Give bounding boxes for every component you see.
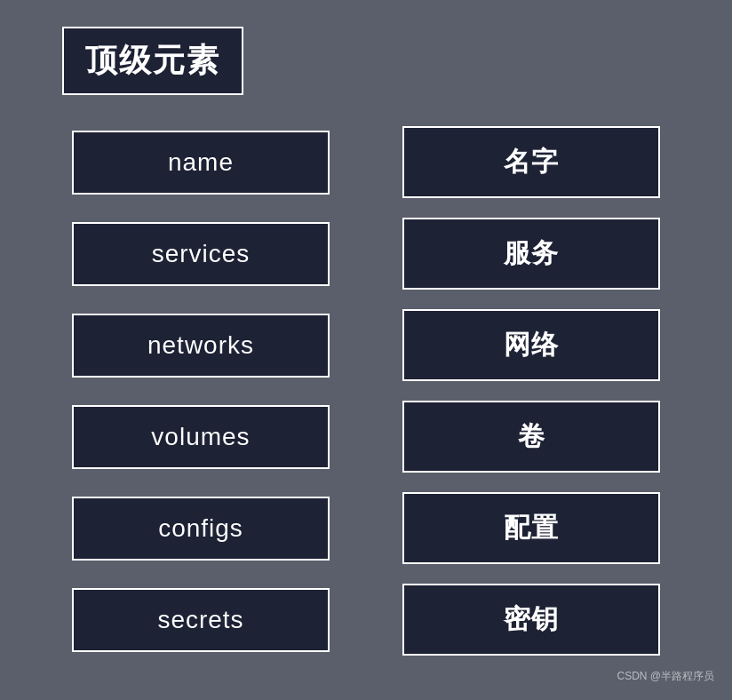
grid-container: name名字services服务networks网络volumes卷config… (53, 126, 679, 656)
watermark: CSDN @半路程序员 (617, 669, 714, 684)
term-zh-secrets: 密钥 (402, 584, 660, 656)
term-en-name: name (72, 131, 330, 195)
term-en-secrets: secrets (72, 588, 330, 652)
term-zh-name: 名字 (402, 126, 660, 198)
term-zh-services: 服务 (402, 218, 660, 290)
term-en-volumes: volumes (72, 405, 330, 469)
title-box: 顶级元素 (62, 27, 243, 95)
term-en-networks: networks (72, 314, 330, 378)
term-en-services: services (72, 222, 330, 286)
term-zh-networks: 网络 (402, 309, 660, 381)
page-container: 顶级元素 name名字services服务networks网络volumes卷c… (0, 0, 732, 700)
term-en-configs: configs (72, 497, 330, 561)
page-title: 顶级元素 (85, 42, 220, 78)
term-zh-configs: 配置 (402, 492, 660, 564)
term-zh-volumes: 卷 (402, 401, 660, 473)
